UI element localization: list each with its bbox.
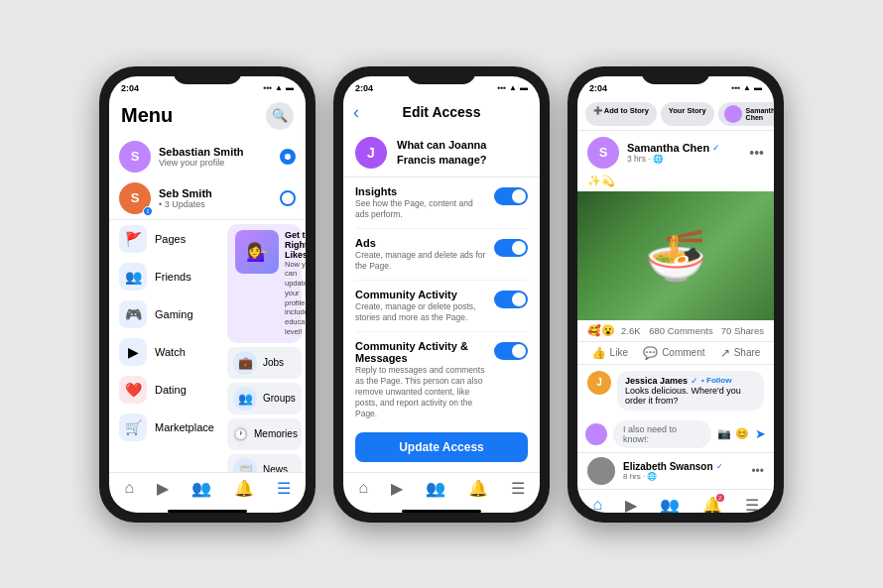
edit-profile-row: J What can Joanna Francis manage? <box>343 129 540 177</box>
menu-label-pages: Pages <box>155 233 186 245</box>
share-button[interactable]: ↗ Share <box>720 346 761 360</box>
nav-home-3[interactable]: ⌂ <box>592 496 602 513</box>
comment-icon: 💬 <box>643 346 658 360</box>
post-caption: ✨💫 <box>577 175 774 191</box>
menu-item-dating[interactable]: ❤️ Dating <box>109 371 223 409</box>
watch-icon: ▶ <box>119 338 147 366</box>
nav-bell-2[interactable]: 🔔 <box>468 479 488 498</box>
bottom-nav-1: ⌂ ▶ 👥 🔔 ☰ <box>109 472 306 506</box>
home-bar-1 <box>168 510 247 513</box>
permission-ads: Ads Create, manage and delete ads for th… <box>355 229 528 281</box>
menu-item-pages[interactable]: 🚩 Pages <box>109 220 223 258</box>
back-button[interactable]: ‹ <box>353 102 359 123</box>
shortcut-news[interactable]: 📰 News <box>227 454 302 472</box>
status-time-1: 2:04 <box>121 83 139 93</box>
signal-icon-1: ▪▪▪ <box>264 83 273 92</box>
phone-feed: 2:04 ▪▪▪ ▲ ▬ ➕ Add to Story Your Story S… <box>568 66 784 523</box>
post-more-button[interactable]: ••• <box>749 145 764 161</box>
promo-card[interactable]: 💁‍♀️ Get the Right Likes Now you can upd… <box>227 224 302 343</box>
shortcut-label-jobs: Jobs <box>263 357 284 368</box>
battery-icon-3: ▬ <box>754 83 762 92</box>
nav-menu-3[interactable]: ☰ <box>745 496 759 513</box>
bottom-nav-3: ⌂ ▶ 👥 🔔2 ☰ <box>577 489 774 513</box>
phone-menu: 2:04 ▪▪▪ ▲ ▬ Menu 🔍 S Sebastian Smith Vi… <box>99 66 315 523</box>
comment-input-row: I also need to know!: 📷 😊 ➤ <box>577 416 774 452</box>
update-btn-wrap: Update Access <box>343 424 540 472</box>
emoji-icon[interactable]: 😊 <box>735 427 749 440</box>
avatar-sebastian: S <box>119 141 151 173</box>
menu-item-watch[interactable]: ▶ Watch <box>109 333 223 371</box>
nav-menu-2[interactable]: ☰ <box>511 479 525 498</box>
battery-icon-2: ▬ <box>520 83 528 92</box>
story-label-samantha: Samantha Chen <box>746 107 774 121</box>
shortcut-groups[interactable]: 👥 Groups <box>227 383 302 414</box>
battery-icon-1: ▬ <box>286 83 294 92</box>
radio-seb[interactable] <box>280 190 296 206</box>
shortcut-label-memories: Memories <box>254 428 298 439</box>
jobs-icon: 💼 <box>233 351 257 375</box>
follow-badge[interactable]: • Follow <box>701 376 731 385</box>
nav-home-1[interactable]: ⌂ <box>124 479 134 497</box>
next-post-author: Elizabeth Swanson <box>623 461 713 472</box>
menu-item-marketplace[interactable]: 🛒 Marketplace <box>109 409 223 446</box>
add-to-story-button[interactable]: ➕ Add to Story <box>585 102 657 126</box>
notch-2 <box>407 66 476 84</box>
profile-sub-seb: • 3 Updates <box>159 199 272 209</box>
nav-friends-1[interactable]: 👥 <box>191 479 211 498</box>
bottom-nav-2: ⌂ ▶ 👥 🔔 ☰ <box>343 472 540 506</box>
permission-community-messages: Community Activity & Messages Reply to m… <box>355 332 528 424</box>
your-story-button[interactable]: Your Story <box>661 102 714 126</box>
update-access-button[interactable]: Update Access <box>355 432 528 462</box>
menu-item-gaming[interactable]: 🎮 Gaming <box>109 295 223 333</box>
menu-header: Menu 🔍 <box>109 98 306 136</box>
nav-bell-3[interactable]: 🔔2 <box>702 496 722 513</box>
comment-input[interactable]: I also need to know!: <box>613 420 711 448</box>
toggle-community[interactable] <box>494 291 528 308</box>
nav-video-2[interactable]: ▶ <box>391 479 403 498</box>
menu-title: Menu <box>121 104 173 127</box>
toggle-insights[interactable] <box>494 187 528 205</box>
permission-insights: Insights See how the Page, content and a… <box>355 177 528 229</box>
nav-video-3[interactable]: ▶ <box>625 496 637 513</box>
menu-label-marketplace: Marketplace <box>155 421 214 433</box>
toggle-ads[interactable] <box>494 239 528 257</box>
perm-title-comm-msgs: Community Activity & Messages <box>355 340 486 364</box>
story-samantha[interactable]: Samantha Chen <box>718 102 774 126</box>
shortcut-jobs[interactable]: 💼 Jobs <box>227 347 302 379</box>
nav-bell-1[interactable]: 🔔 <box>234 479 254 498</box>
nav-friends-3[interactable]: 👥 <box>660 496 680 513</box>
post-meta: 3 hrs · 🌐 <box>627 154 720 164</box>
profile-seb[interactable]: S 3 Seb Smith • 3 Updates <box>109 177 306 219</box>
avatar-joanna: J <box>355 137 387 169</box>
reaction-count: 2.6K <box>621 325 641 336</box>
reaction-emojis: 🥰😮 <box>587 324 615 337</box>
camera-icon[interactable]: 📷 <box>717 427 731 440</box>
search-button[interactable]: 🔍 <box>266 102 294 130</box>
nav-home-2[interactable]: ⌂ <box>358 479 368 497</box>
perm-desc-ads: Create, manage and delete ads for the Pa… <box>355 250 486 272</box>
nav-video-1[interactable]: ▶ <box>157 479 169 498</box>
comment-button[interactable]: 💬 Comment <box>643 346 704 360</box>
perm-desc-insights: See how the Page, content and ads perfor… <box>355 198 486 220</box>
like-label: Like <box>610 347 628 358</box>
comment-verified: ✓ <box>691 376 698 386</box>
edit-header: ‹ Edit Access <box>343 98 540 129</box>
menu-right: 💁‍♀️ Get the Right Likes Now you can upd… <box>223 220 306 472</box>
perm-desc-community: Create, manage or delete posts, stories … <box>355 301 486 323</box>
next-post-more[interactable]: ••• <box>751 464 764 478</box>
promo-illustration: 💁‍♀️ <box>235 230 279 274</box>
next-post-verified: ✓ <box>716 462 723 471</box>
news-icon: 📰 <box>233 458 257 472</box>
nav-menu-1[interactable]: ☰ <box>277 479 291 498</box>
like-button[interactable]: 👍 Like <box>591 346 628 360</box>
radio-sebastian[interactable] <box>280 149 296 165</box>
next-post-header: Elizabeth Swanson ✓ 8 hrs · 🌐 ••• <box>577 453 774 489</box>
profile-sebastian[interactable]: S Sebastian Smith View your profile <box>109 136 306 177</box>
send-button[interactable]: ➤ <box>755 426 766 441</box>
shortcut-memories[interactable]: 🕐 Memories <box>227 418 302 450</box>
toggle-community-messages[interactable] <box>494 342 528 360</box>
menu-item-friends[interactable]: 👥 Friends <box>109 258 223 295</box>
post-author-name: Samantha Chen <box>627 142 709 154</box>
menu-label-watch: Watch <box>155 346 186 358</box>
nav-friends-2[interactable]: 👥 <box>426 479 445 498</box>
